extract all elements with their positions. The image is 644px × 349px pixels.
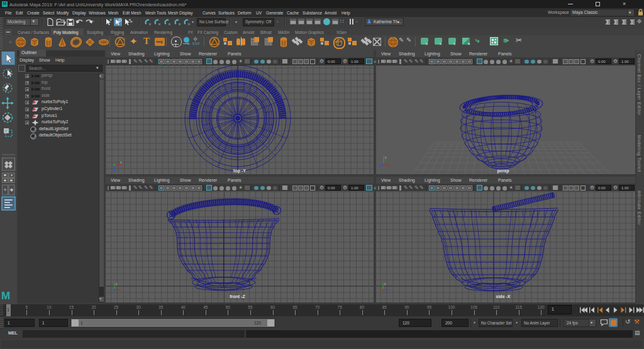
svg-text:side -X: side -X xyxy=(496,294,511,299)
svg-text:+: + xyxy=(4,187,7,193)
svg-text:persp: persp xyxy=(497,169,509,174)
svg-text:M: M xyxy=(1,290,10,302)
svg-text:front -Z: front -Z xyxy=(230,294,245,299)
svg-text:top -Y: top -Y xyxy=(233,169,246,174)
